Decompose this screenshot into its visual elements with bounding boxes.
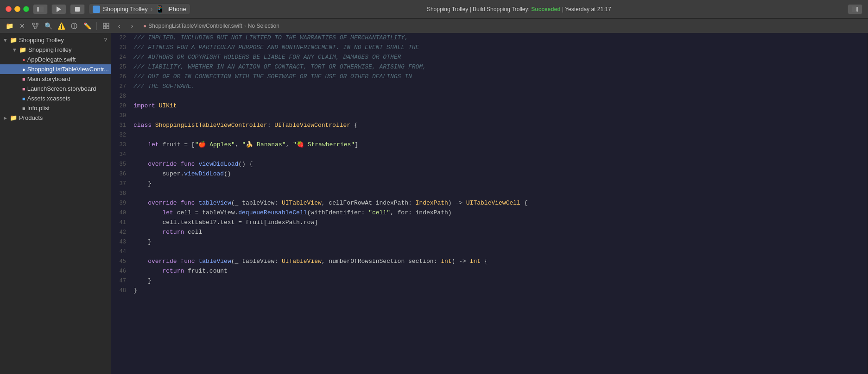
question-mark[interactable]: ?: [104, 37, 107, 44]
sidebar-item-assets[interactable]: ■ Assets.xcassets: [0, 94, 111, 103]
project-name: Shopping Trolley: [19, 37, 64, 44]
code-line-38: 38: [111, 189, 868, 199]
shapes-icon[interactable]: [101, 20, 112, 31]
code-line-46: 46 return fruit.count: [111, 267, 868, 276]
group-shoppingtrolley[interactable]: ▶ 📁 ShoppingTrolley: [0, 45, 111, 55]
group-triangle-icon: ▶: [13, 48, 17, 51]
close-button[interactable]: [6, 6, 12, 12]
sidebar-item-info[interactable]: ■ Info.plist: [0, 103, 111, 113]
breadcrumb: ● ShoppingListTableViewController.swift …: [143, 23, 279, 29]
build-time: | Yesterday at 21:17: [562, 6, 611, 12]
minimize-button[interactable]: [14, 6, 20, 12]
svg-rect-5: [856, 7, 858, 12]
code-line-22: 22 /// IMPLIED, INCLUDING BUT NOT LIMITE…: [111, 33, 868, 43]
file-icon: ●: [143, 23, 146, 29]
svg-rect-3: [75, 7, 80, 12]
group-name: ShoppingTrolley: [28, 46, 71, 53]
code-line-24: 24 /// AUTHORS OR COPYRIGHT HOLDERS BE L…: [111, 53, 868, 62]
device-icon: 📱: [155, 5, 165, 13]
navigator-toggle[interactable]: [33, 4, 48, 14]
code-line-25: 25 /// LIABILITY, WHETHER IN AN ACTION O…: [111, 62, 868, 72]
run-button[interactable]: [51, 4, 66, 14]
build-status-bar: Shopping Trolley | Build Shopping Trolle…: [194, 6, 844, 12]
forward-icon[interactable]: ›: [127, 20, 138, 31]
title-bar: Shopping Trolley › 📱 iPhone Shopping Tro…: [0, 0, 868, 19]
code-line-28: 28: [111, 92, 868, 101]
code-line-26: 26 /// OUT OF OR IN CONNECTION WITH THE …: [111, 72, 868, 82]
back-icon[interactable]: ‹: [114, 20, 125, 31]
storyboard-icon: ■: [22, 76, 25, 82]
scheme-name: Shopping Trolley: [103, 6, 148, 12]
sidebar-file-label: AppDelegate.swift: [27, 56, 76, 63]
sidebar-item-products[interactable]: ▶ 📁 Products: [0, 113, 111, 123]
code-line-30: 30: [111, 111, 868, 121]
code-line-29: 29 import UIKit: [111, 101, 868, 111]
code-editor[interactable]: 22 /// IMPLIED, INCLUDING BUT NOT LIMITE…: [111, 33, 868, 374]
swift-icon: ●: [22, 67, 25, 72]
svg-marker-2: [57, 6, 61, 12]
plist-icon: ■: [22, 106, 25, 111]
search-icon[interactable]: 🔍: [43, 20, 54, 31]
sidebar: ▶ 📁 Shopping Trolley ? ▶ 📁 ShoppingTroll…: [0, 33, 111, 374]
code-line-41: 41 cell.textLabel?.text = fruit[indexPat…: [111, 218, 868, 228]
sidebar-item-mainstoryboard[interactable]: ■ Main.storyboard: [0, 74, 111, 84]
code-line-45: 45 override func tableView(_ tableView: …: [111, 257, 868, 267]
xcassets-icon: ■: [22, 96, 25, 101]
main-area: ▶ 📁 Shopping Trolley ? ▶ 📁 ShoppingTroll…: [0, 33, 868, 374]
code-line-34: 34: [111, 150, 868, 160]
code-line-48: 48 }: [111, 286, 868, 296]
close-tab-icon[interactable]: ✕: [17, 20, 28, 31]
svg-rect-8: [34, 27, 36, 29]
code-line-40: 40 let cell = tableView.dequeueReusableC…: [111, 208, 868, 218]
code-line-37: 37 }: [111, 179, 868, 189]
code-line-23: 23 /// FITNESS FOR A PARTICULAR PURPOSE …: [111, 43, 868, 53]
project-root[interactable]: ▶ 📁 Shopping Trolley ?: [0, 35, 111, 45]
secondary-toolbar: 📁 ✕ 🔍 ⚠️ ✏️ ‹ › ● ShoppingListTa: [0, 19, 868, 33]
code-line-44: 44: [111, 247, 868, 257]
triangle-icon: ▶: [3, 38, 8, 42]
diff-icon[interactable]: [69, 20, 80, 31]
build-result: Succeeded: [531, 6, 560, 12]
folder-icon[interactable]: 📁: [4, 20, 15, 31]
swift-icon: ●: [22, 57, 25, 62]
svg-rect-18: [107, 26, 109, 29]
breadcrumb-selection[interactable]: No Selection: [248, 23, 279, 29]
sidebar-item-shoppinglist[interactable]: ● ShoppingListTableViewContr...: [0, 64, 111, 74]
svg-rect-16: [107, 23, 109, 25]
scheme-icon: [93, 6, 100, 13]
code-line-33: 33 let fruit = ["🍎 Apples", "🍌 Bananas",…: [111, 140, 868, 150]
build-status-text: Shopping Trolley | Build Shopping Trolle…: [427, 6, 530, 12]
separator: [96, 22, 97, 30]
sidebar-file-label: Assets.xcassets: [27, 95, 70, 102]
code-line-27: 27 /// THE SOFTWARE.: [111, 82, 868, 92]
svg-rect-6: [32, 23, 34, 25]
code-line-43: 43 }: [111, 237, 868, 247]
stop-button[interactable]: [70, 4, 85, 14]
code-line-42: 42 return cell: [111, 228, 868, 237]
svg-rect-0: [37, 7, 39, 12]
sidebar-item-appdelegate[interactable]: ● AppDelegate.swift: [0, 55, 111, 64]
chevron-right-icon: ›: [151, 6, 152, 12]
sidebar-file-label: Info.plist: [27, 105, 50, 112]
sidebar-item-launchscreen[interactable]: ■ LaunchScreen.storyboard: [0, 84, 111, 94]
fullscreen-button[interactable]: [23, 6, 29, 12]
right-panel-toggle[interactable]: [848, 4, 862, 14]
sidebar-products-label: Products: [19, 114, 43, 121]
svg-rect-15: [103, 23, 106, 25]
scheme-selector[interactable]: Shopping Trolley › 📱 iPhone: [89, 3, 190, 15]
breadcrumb-file[interactable]: ShoppingListTableViewController.swift: [148, 23, 242, 29]
code-line-39: 39 override func tableView(_ tableView: …: [111, 199, 868, 208]
sidebar-file-label: LaunchScreen.storyboard: [27, 85, 96, 92]
code-line-35: 35 override func viewDidLoad() {: [111, 160, 868, 169]
pen-icon[interactable]: ✏️: [82, 20, 93, 31]
code-line-47: 47 }: [111, 276, 868, 286]
code-line-36: 36 super.viewDidLoad(): [111, 169, 868, 179]
hierarchy-icon[interactable]: [30, 20, 41, 31]
sidebar-file-label: ShoppingListTableViewContr...: [27, 66, 109, 73]
warning-icon[interactable]: ⚠️: [56, 20, 67, 31]
chevron-icon: ›: [244, 23, 246, 29]
traffic-lights: [6, 6, 29, 12]
svg-rect-7: [36, 23, 38, 25]
products-triangle-icon: ▶: [4, 116, 7, 120]
device-name: iPhone: [167, 6, 186, 12]
